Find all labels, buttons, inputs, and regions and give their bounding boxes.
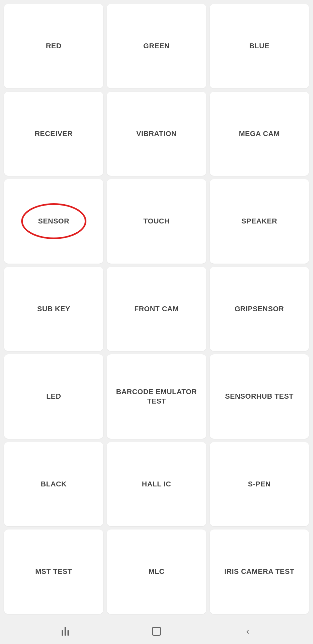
grid-item-black[interactable]: BLACK — [4, 442, 103, 527]
grid-item-label-sub-key: SUB KEY — [34, 301, 73, 317]
back-button[interactable]: ‹ — [238, 621, 258, 641]
grid-item-hall-ic[interactable]: HALL IC — [107, 442, 206, 527]
grid-item-label-black: BLACK — [37, 476, 70, 492]
grid-item-label-mlc: MLC — [145, 564, 168, 580]
grid-item-blue[interactable]: BLUE — [210, 4, 309, 88]
grid-item-label-sensor: SENSOR — [35, 213, 73, 229]
back-icon: ‹ — [246, 626, 249, 636]
grid-item-label-sensorhub-test: SENSORHUB TEST — [222, 389, 297, 405]
grid-item-label-front-cam: FRONT CAM — [131, 301, 182, 317]
grid-item-gripsensor[interactable]: GRIPSENSOR — [210, 267, 309, 351]
grid-item-mlc[interactable]: MLC — [107, 529, 206, 614]
grid-item-vibration[interactable]: VIBRATION — [107, 92, 206, 176]
grid-item-label-gripsensor: GRIPSENSOR — [231, 301, 287, 317]
grid-item-s-pen[interactable]: S-PEN — [210, 442, 309, 527]
recent-apps-icon — [62, 627, 69, 636]
grid-item-barcode-emulator-test[interactable]: BARCODE EMULATOR TEST — [107, 354, 206, 439]
grid-item-sub-key[interactable]: SUB KEY — [4, 267, 103, 351]
grid-item-label-touch: TOUCH — [140, 213, 173, 229]
grid-item-green[interactable]: GREEN — [107, 4, 206, 88]
grid-item-sensorhub-test[interactable]: SENSORHUB TEST — [210, 354, 309, 439]
grid-item-label-speaker: SPEAKER — [238, 213, 280, 229]
grid-item-mst-test[interactable]: MST TEST — [4, 529, 103, 614]
grid-item-label-vibration: VIBRATION — [133, 126, 180, 142]
grid-item-label-blue: BLUE — [246, 38, 273, 54]
grid-item-led[interactable]: LED — [4, 354, 103, 439]
grid-item-mega-cam[interactable]: MEGA CAM — [210, 92, 309, 176]
grid-item-speaker[interactable]: SPEAKER — [210, 179, 309, 264]
grid-item-label-red: RED — [43, 38, 65, 54]
grid-item-iris-camera-test[interactable]: IRIS CAMERA TEST — [210, 529, 309, 614]
grid-item-label-mst-test: MST TEST — [32, 564, 75, 580]
grid-item-receiver[interactable]: RECEIVER — [4, 92, 103, 176]
test-grid: REDGREENBLUERECEIVERVIBRATIONMEGA CAMSEN… — [0, 0, 313, 618]
navigation-bar: ‹ — [0, 618, 313, 644]
grid-item-label-s-pen: S-PEN — [245, 476, 274, 492]
grid-item-label-hall-ic: HALL IC — [139, 476, 174, 492]
grid-item-label-receiver: RECEIVER — [31, 126, 76, 142]
grid-item-label-mega-cam: MEGA CAM — [236, 126, 283, 142]
grid-item-sensor[interactable]: SENSOR — [4, 179, 103, 264]
grid-item-label-barcode-emulator-test: BARCODE EMULATOR TEST — [107, 384, 206, 409]
home-button[interactable] — [147, 621, 166, 641]
grid-item-label-led: LED — [43, 389, 65, 405]
home-icon — [152, 627, 161, 636]
grid-item-front-cam[interactable]: FRONT CAM — [107, 267, 206, 351]
grid-item-red[interactable]: RED — [4, 4, 103, 88]
grid-item-label-iris-camera-test: IRIS CAMERA TEST — [221, 564, 298, 580]
grid-item-touch[interactable]: TOUCH — [107, 179, 206, 264]
recent-apps-button[interactable] — [55, 621, 75, 641]
grid-item-label-green: GREEN — [140, 38, 173, 54]
